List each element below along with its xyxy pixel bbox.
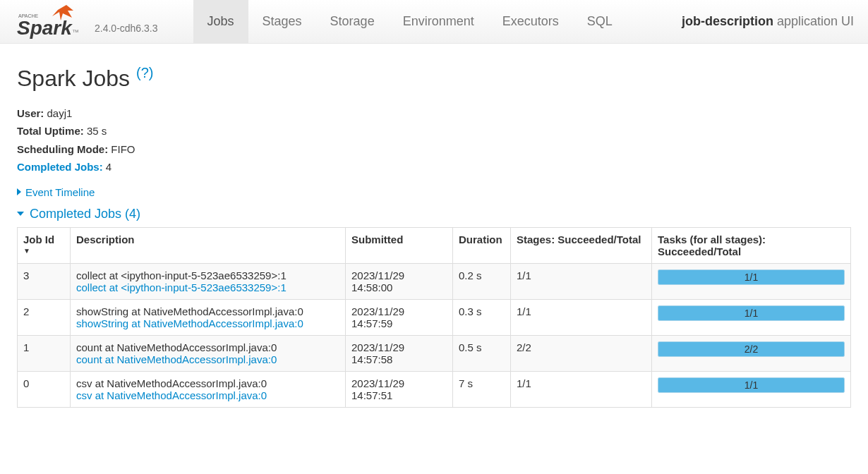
table-row: 1count at NativeMethodAccessorImpl.java:… [18,335,851,371]
brand[interactable]: APACHE Spark ™ 2.4.0-cdh6.3.3 [17,4,158,40]
cell-stages: 2/2 [511,335,652,371]
cell-duration: 0.2 s [453,263,511,299]
th-submitted[interactable]: Submitted [346,227,453,263]
cell-submitted: 2023/11/29 14:57:59 [346,299,453,335]
nav-tabs: JobsStagesStorageEnvironmentExecutorsSQL [193,0,627,43]
th-job-id[interactable]: Job Id ▼ [18,227,71,263]
svg-text:Spark: Spark [17,17,73,39]
cell-tasks: 1/1 [652,299,851,335]
cell-tasks: 1/1 [652,371,851,407]
app-title: job-description application UI [682,14,860,29]
summary-list: User: dayj1 Total Uptime: 35 s Schedulin… [17,104,851,176]
task-progress: 1/1 [658,377,845,393]
sort-desc-icon: ▼ [23,247,64,255]
summary-user: User: dayj1 [17,104,851,123]
cell-duration: 0.3 s [453,299,511,335]
table-row: 3collect at <ipython-input-5-523ae653325… [18,263,851,299]
th-description[interactable]: Description [71,227,346,263]
th-stages[interactable]: Stages: Succeeded/Total [511,227,652,263]
cell-stages: 1/1 [511,371,652,407]
jobs-table: Job Id ▼ Description Submitted Duration … [17,227,851,408]
page-title: Spark Jobs (?) [17,65,851,92]
tab-environment[interactable]: Environment [389,0,488,43]
task-progress: 1/1 [658,269,845,285]
desc-text: count at NativeMethodAccessorImpl.java:0 [76,341,339,353]
table-header-row: Job Id ▼ Description Submitted Duration … [18,227,851,263]
cell-submitted: 2023/11/29 14:57:51 [346,371,453,407]
cell-description: showString at NativeMethodAccessorImpl.j… [71,299,346,335]
navbar: APACHE Spark ™ 2.4.0-cdh6.3.3 JobsStages… [0,0,868,44]
desc-link[interactable]: collect at <ipython-input-5-523ae6533259… [76,281,339,293]
task-progress-text: 1/1 [658,270,844,284]
cell-duration: 0.5 s [453,335,511,371]
task-progress: 1/1 [658,305,845,321]
sched-label: Scheduling Mode: [17,143,108,155]
cell-description: collect at <ipython-input-5-523ae6533259… [71,263,346,299]
caret-down-icon [17,212,24,216]
page-title-text: Spark Jobs [17,66,130,91]
summary-uptime: Total Uptime: 35 s [17,122,851,140]
cell-submitted: 2023/11/29 14:58:00 [346,263,453,299]
tab-jobs[interactable]: Jobs [193,0,248,43]
cell-submitted: 2023/11/29 14:57:58 [346,335,453,371]
completed-jobs-label[interactable]: Completed Jobs: [17,161,103,173]
th-job-id-label: Job Id [23,233,54,245]
task-progress-text: 2/2 [658,342,844,356]
desc-text: csv at NativeMethodAccessorImpl.java:0 [76,377,339,389]
table-row: 2showString at NativeMethodAccessorImpl.… [18,299,851,335]
task-progress-text: 1/1 [658,306,844,320]
tab-storage[interactable]: Storage [316,0,389,43]
completed-jobs-toggle[interactable]: Completed Jobs (4) [17,207,851,221]
table-row: 0csv at NativeMethodAccessorImpl.java:0c… [18,371,851,407]
cell-job-id: 1 [18,335,71,371]
cell-description: csv at NativeMethodAccessorImpl.java:0cs… [71,371,346,407]
user-label: User: [17,107,44,119]
desc-link[interactable]: showString at NativeMethodAccessorImpl.j… [76,317,339,329]
task-progress: 2/2 [658,341,845,357]
completed-section-label: Completed Jobs (4) [30,207,140,221]
cell-stages: 1/1 [511,299,652,335]
cell-duration: 7 s [453,371,511,407]
cell-job-id: 3 [18,263,71,299]
uptime-label: Total Uptime: [17,125,84,137]
help-icon[interactable]: (?) [136,65,153,80]
summary-sched: Scheduling Mode: FIFO [17,140,851,159]
desc-text: collect at <ipython-input-5-523ae6533259… [76,269,339,281]
sched-value: FIFO [111,143,135,155]
cell-job-id: 0 [18,371,71,407]
app-name: job-description [682,14,773,28]
tab-executors[interactable]: Executors [488,0,573,43]
desc-text: showString at NativeMethodAccessorImpl.j… [76,305,339,317]
svg-text:™: ™ [72,28,79,36]
cell-tasks: 2/2 [652,335,851,371]
app-suffix: application UI [777,14,854,28]
content: Spark Jobs (?) User: dayj1 Total Uptime:… [0,44,868,419]
caret-right-icon [17,188,21,195]
user-value: dayj1 [47,107,73,119]
uptime-value: 35 s [87,125,107,137]
cell-tasks: 1/1 [652,263,851,299]
desc-link[interactable]: csv at NativeMethodAccessorImpl.java:0 [76,389,339,401]
tab-stages[interactable]: Stages [248,0,316,43]
task-progress-text: 1/1 [658,378,844,392]
tab-sql[interactable]: SQL [573,0,627,43]
th-tasks[interactable]: Tasks (for all stages): Succeeded/Total [652,227,851,263]
spark-logo-icon: APACHE Spark ™ [17,4,88,40]
summary-completed[interactable]: Completed Jobs: 4 [17,158,851,176]
event-timeline-toggle[interactable]: Event Timeline [17,186,851,198]
completed-jobs-value: 4 [106,161,111,173]
th-duration[interactable]: Duration [453,227,511,263]
cell-description: count at NativeMethodAccessorImpl.java:0… [71,335,346,371]
cell-job-id: 2 [18,299,71,335]
spark-version: 2.4.0-cdh6.3.3 [95,23,158,34]
desc-link[interactable]: count at NativeMethodAccessorImpl.java:0 [76,353,339,365]
event-timeline-label: Event Timeline [25,186,95,198]
cell-stages: 1/1 [511,263,652,299]
